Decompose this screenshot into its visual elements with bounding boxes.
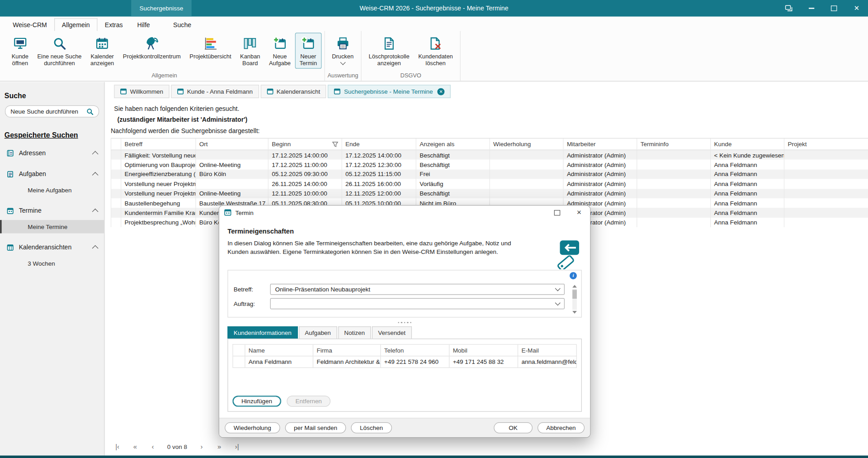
cell-betreff: Fälligkeit: Vorstellung neuer P xyxy=(121,150,196,160)
sidebar-item-meine-aufgaben[interactable]: Meine Aufgaben xyxy=(0,183,104,196)
row-select-cell xyxy=(111,208,121,218)
header-mobil[interactable]: Mobil xyxy=(449,345,518,357)
cell-termininfo xyxy=(637,218,711,227)
pager-fast-next-icon[interactable]: » xyxy=(216,443,223,450)
header-wiederholung[interactable]: Wiederholung xyxy=(490,138,564,149)
ok-button[interactable]: OK xyxy=(494,422,533,433)
close-button[interactable]: ✕ xyxy=(845,0,868,17)
chevron-up-icon[interactable] xyxy=(92,208,99,215)
window-tool-button[interactable] xyxy=(777,0,800,17)
auftrag-combobox[interactable] xyxy=(270,298,565,309)
new-search-button[interactable]: Neue Suche durchführen xyxy=(5,105,99,118)
scroll-up-icon[interactable] xyxy=(572,285,577,287)
document-tab-icon xyxy=(334,88,341,95)
cancel-button[interactable]: Abbrechen xyxy=(538,422,585,433)
add-customer-button[interactable]: Hinzufügen xyxy=(232,396,281,407)
sidebar-item-3-wochen[interactable]: 3 Wochen xyxy=(0,257,104,270)
dialog-close-button[interactable]: ✕ xyxy=(568,205,590,219)
ribbon-button-kundendaten-loeschen[interactable]: Kundendatenlöschen xyxy=(414,33,457,69)
tab-versendet[interactable]: Versendet xyxy=(372,327,412,339)
tab-kalenderansicht[interactable]: Kalenderansicht xyxy=(260,85,326,98)
header-anzeigen-als[interactable]: Anzeigen als xyxy=(416,138,490,149)
results-table-header: Betreff Ort Beginn Ende Anzeigen als Wie… xyxy=(111,138,868,150)
header-telefon[interactable]: Telefon xyxy=(381,345,449,357)
tab-aufgaben[interactable]: Aufgaben xyxy=(299,327,337,339)
criteria-intro-text: Sie haben nach folgenden Kriterien gesuc… xyxy=(114,105,868,112)
header-betreff[interactable]: Betreff xyxy=(121,138,196,149)
tab-notizen[interactable]: Notizen xyxy=(338,327,371,339)
remove-customer-button[interactable]: Entfernen xyxy=(287,396,331,407)
cell-betreff: Baustellenbegehung xyxy=(121,198,196,208)
menu-weise-crm[interactable]: Weise-CRM xyxy=(5,19,54,31)
tab-kunde-anna-feldmann[interactable]: Kunde - Anna Feldmann xyxy=(171,85,259,98)
customer-row[interactable]: Anna Feldmann Feldmann Architektur & De … xyxy=(233,357,577,368)
ribbon-button-drucken[interactable]: Drucken xyxy=(327,33,358,67)
header-termininfo[interactable]: Termininfo xyxy=(637,138,711,149)
sidebar-item-termine[interactable]: Termine xyxy=(0,203,104,218)
ribbon-button-kanban-board[interactable]: KanbanBoard xyxy=(236,33,264,69)
tab-willkommen[interactable]: Willkommen xyxy=(114,85,169,98)
pager-fast-prev-icon[interactable]: « xyxy=(132,443,138,450)
ribbon-button-projektuebersicht[interactable]: Projektübersicht xyxy=(185,33,236,62)
header-firma[interactable]: Firma xyxy=(313,345,381,357)
sidebar-item-aufgaben[interactable]: Aufgaben xyxy=(0,167,104,181)
header-ort[interactable]: Ort xyxy=(196,138,268,149)
pager-prev-icon[interactable]: ‹ xyxy=(150,443,156,450)
sidebar-item-meine-termine[interactable]: Meine Termine xyxy=(0,220,104,233)
info-icon[interactable]: i xyxy=(570,272,577,279)
cell-mobil: +49 171 245 88 32 xyxy=(449,357,518,368)
sidebar-item-kalenderansichten[interactable]: Kalenderansichten xyxy=(0,240,104,254)
splitter-handle[interactable] xyxy=(227,322,582,323)
minimize-button[interactable] xyxy=(800,0,822,17)
header-projekt[interactable]: Projekt xyxy=(784,138,868,149)
dialog-titlebar[interactable]: Termin ✕ xyxy=(219,205,590,219)
ribbon-button-neue-aufgabe[interactable]: NeueAufgabe xyxy=(264,33,295,69)
betreff-combobox[interactable]: Online-Präsentation Neubauprojekt xyxy=(270,284,565,295)
cell-betreff: Optimierung von Bauprojekte xyxy=(121,160,196,169)
ribbon-button-kunde-oeffnen[interactable]: Kundeöffnen xyxy=(7,33,33,69)
results-row[interactable]: Optimierung von BauprojekteOnline-Meetin… xyxy=(111,160,868,169)
results-row[interactable]: Vorstellung neuer ProjektmarOnline-Meeti… xyxy=(111,189,868,198)
sidebar-item-adressen[interactable]: Adressen xyxy=(0,146,104,160)
menu-extras[interactable]: Extras xyxy=(98,19,130,31)
results-row[interactable]: Vorstellung neuer Projektmar26.11.2025 1… xyxy=(111,179,868,189)
filter-icon[interactable] xyxy=(332,141,338,147)
pager-next-icon[interactable]: › xyxy=(198,443,205,450)
tab-kundeninformationen[interactable]: Kundeninformationen xyxy=(227,327,297,339)
kanban-icon xyxy=(243,36,258,51)
document-tab-icon xyxy=(177,88,184,95)
delete-button[interactable]: Löschen xyxy=(351,422,392,433)
tab-suchergebnisse-meine-termine[interactable]: Suchergebnisse - Meine Termine ✕ xyxy=(328,85,450,98)
scrollbar-thumb[interactable] xyxy=(572,290,577,299)
header-beginn[interactable]: Beginn xyxy=(269,138,342,149)
ribbon-button-neue-suche[interactable]: Eine neue Suchedurchführen xyxy=(33,33,86,69)
chevron-up-icon[interactable] xyxy=(92,245,99,251)
results-row[interactable]: Fälligkeit: Vorstellung neuer P17.12.202… xyxy=(111,150,868,160)
pager-last-icon[interactable]: ›| xyxy=(234,443,241,450)
chevron-up-icon[interactable] xyxy=(92,151,99,157)
send-mail-button[interactable]: per Mail senden xyxy=(285,422,346,433)
header-name[interactable]: Name xyxy=(245,345,313,357)
menu-allgemein[interactable]: Allgemein xyxy=(54,18,98,31)
ribbon-button-loeschprotokolle[interactable]: Löschprotokolleanzeigen xyxy=(364,33,414,69)
header-email[interactable]: E-Mail xyxy=(518,345,577,357)
menu-suche[interactable]: Suche xyxy=(166,19,198,31)
cell-projekt xyxy=(784,198,868,208)
pager-label: 0 von 8 xyxy=(167,444,187,450)
ribbon-button-neuer-termin[interactable]: NeuerTermin xyxy=(295,33,321,69)
ribbon-button-kalender-anzeigen[interactable]: Kalenderanzeigen xyxy=(86,33,118,69)
results-row[interactable]: Energieeffizienzberatung (BeBüro Köln05.… xyxy=(111,169,868,179)
maximize-button[interactable] xyxy=(823,0,845,17)
scroll-down-icon[interactable] xyxy=(572,311,577,314)
menu-hilfe[interactable]: Hilfe xyxy=(130,19,157,31)
dialog-maximize-button[interactable] xyxy=(546,205,568,219)
tab-close-icon[interactable]: ✕ xyxy=(437,88,444,95)
ribbon-button-projektkontrollzentrum[interactable]: Projektkontrollzentrum xyxy=(118,33,185,62)
recurrence-button[interactable]: Wiederholung xyxy=(225,422,280,433)
pager-first-icon[interactable]: |‹ xyxy=(114,443,121,450)
chevron-up-icon[interactable] xyxy=(92,172,99,178)
header-kunde[interactable]: Kunde xyxy=(711,138,784,149)
header-mitarbeiter[interactable]: Mitarbeiter xyxy=(564,138,637,149)
fields-scrollbar[interactable] xyxy=(571,285,578,314)
header-ende[interactable]: Ende xyxy=(342,138,416,149)
